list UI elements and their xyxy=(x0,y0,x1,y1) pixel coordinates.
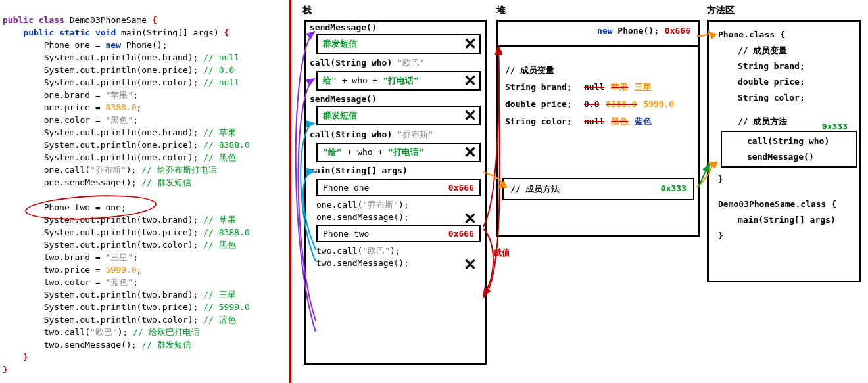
stack-title: 栈 xyxy=(302,5,312,16)
phone-class-decl: Phone.class { xyxy=(718,27,850,43)
stack-frame-call-2-body: 给" + who + "打电话" ✕ xyxy=(316,71,481,91)
method-area-address: 0x333 xyxy=(822,119,848,135)
stack-call-one-call: one.call("乔布斯"); xyxy=(316,199,481,211)
stack-box: sendMessage() 群发短信 ✕ call(String who) "欧… xyxy=(304,20,487,365)
x-icon: ✕ xyxy=(464,143,477,162)
vertical-separator xyxy=(289,0,291,383)
stack-frame-call-2: call(String who) "欧巴" xyxy=(306,56,485,70)
x-icon: ✕ xyxy=(464,256,477,274)
method-area-title: 方法区 xyxy=(707,5,735,16)
x-icon: ✕ xyxy=(464,35,477,53)
stack-call-one-sendmessage: one.sendMessage(); ✕ xyxy=(316,212,481,222)
heap-members: // 成员变量 String brand; null 苹果 三星 double … xyxy=(505,62,692,130)
x-icon: ✕ xyxy=(464,106,477,125)
x-icon: ✕ xyxy=(464,72,477,90)
stack-frame-sendmessage-1: sendMessage() xyxy=(306,93,485,104)
stack-call-two-sendmessage: two.sendMessage(); ✕ xyxy=(316,258,481,268)
stack-frame-call-1-body: "给" + who + "打电话" ✕ xyxy=(316,143,481,162)
stack-var-two: Phone two 0x666 xyxy=(316,225,481,242)
method-area-box: Phone.class { // 成员变量 String brand; doub… xyxy=(707,20,861,282)
demo-class-decl: Demo03PhoneSame.class { xyxy=(718,196,850,212)
phone-class-methods: 0x333 call(String who) sendMessage() xyxy=(721,131,857,168)
heap-field-price: double price; 0.0 8388.0 5999.0 xyxy=(505,96,692,113)
heap-field-color: String color; null 黑色 蓝色 xyxy=(505,113,692,130)
heap-title: 堆 xyxy=(496,5,506,16)
stack-frame-main: main(String[] args) xyxy=(306,165,485,176)
heap-new-expr: new Phone(); xyxy=(505,26,692,35)
heap-field-brand: String brand; null 苹果 三星 xyxy=(505,79,692,96)
stack-call-two-call: two.call("欧巴"); xyxy=(316,245,481,257)
stack-var-one: Phone one 0x666 xyxy=(316,179,481,196)
stack-frame-sendmessage-2-body: 群发短信 ✕ xyxy=(316,34,481,54)
heap-methods: // 成员方法 0x333 xyxy=(502,178,694,200)
stack-frame-sendmessage-1-body: 群发短信 ✕ xyxy=(316,106,481,125)
stack-frame-sendmessage-2: sendMessage() xyxy=(306,22,485,33)
heap-address: 0x666 xyxy=(665,26,690,35)
heap-box: new Phone(); 0x666 // 成员变量 String brand;… xyxy=(496,20,700,237)
stack-frame-call-1: call(String who) "乔布斯" xyxy=(306,128,485,141)
code-pane: public class Demo03PhoneSame { public st… xyxy=(3,1,285,376)
assign-label: 赋值 xyxy=(493,247,510,259)
